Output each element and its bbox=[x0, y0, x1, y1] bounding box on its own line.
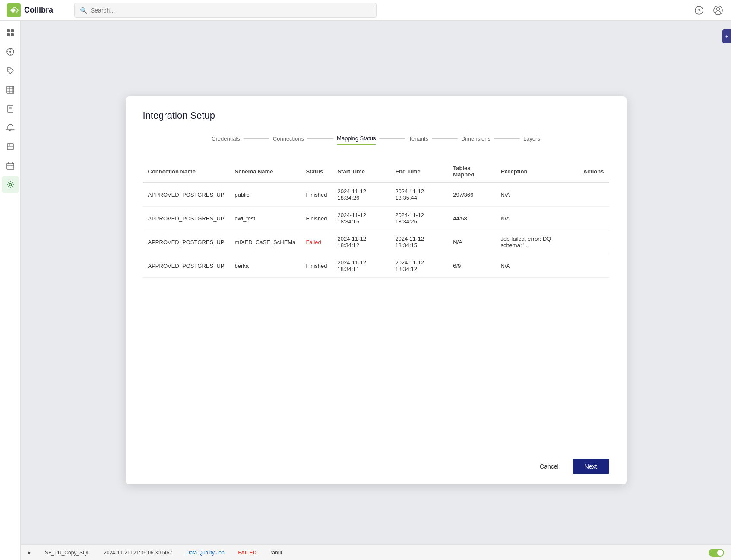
step-label-dimensions: Dimensions bbox=[461, 135, 490, 145]
sidebar-item-bell[interactable] bbox=[2, 119, 19, 136]
help-icon[interactable]: ? bbox=[693, 4, 705, 16]
cell-actions bbox=[578, 207, 609, 230]
svg-point-10 bbox=[9, 51, 11, 53]
cell-exception: N/A bbox=[495, 207, 578, 230]
step-line-2 bbox=[307, 138, 333, 139]
modal-footer: Cancel Next bbox=[143, 448, 609, 474]
step-label-credentials: Credentials bbox=[212, 135, 240, 145]
cell-status: Finished bbox=[301, 182, 332, 207]
col-actions: Actions bbox=[578, 160, 609, 182]
main-content: Integration Setup Credentials Connection… bbox=[21, 21, 731, 560]
step-label-tenants: Tenants bbox=[408, 135, 428, 145]
cell-schema-name: owl_test bbox=[230, 207, 301, 230]
sidebar-item-grid[interactable] bbox=[2, 81, 19, 98]
cell-end-time: 2024-11-12 18:34:26 bbox=[390, 207, 448, 230]
user-icon[interactable] bbox=[712, 4, 724, 16]
sidebar-item-compass[interactable] bbox=[2, 43, 19, 60]
search-bar[interactable]: 🔍 bbox=[74, 3, 377, 18]
toggle-switch[interactable] bbox=[709, 549, 724, 557]
cell-tables-mapped: N/A bbox=[448, 230, 495, 254]
sidebar-item-document[interactable] bbox=[2, 100, 19, 117]
sidebar-item-tag[interactable] bbox=[2, 62, 19, 79]
cell-start-time: 2024-11-12 18:34:15 bbox=[332, 207, 390, 230]
cell-status: Finished bbox=[301, 254, 332, 278]
statusbar-timestamp: 2024-11-21T21:36:06.301467 bbox=[104, 550, 172, 556]
statusbar-expand[interactable]: ▶ bbox=[28, 550, 31, 555]
svg-rect-8 bbox=[11, 33, 14, 36]
cell-connection-name: APPROVED_POSTGRES_UP bbox=[143, 207, 230, 230]
col-end-time: End Time bbox=[390, 160, 448, 182]
cancel-button[interactable]: Cancel bbox=[531, 459, 567, 473]
next-button[interactable]: Next bbox=[573, 459, 609, 474]
step-connections[interactable]: Connections bbox=[273, 135, 304, 145]
svg-point-32 bbox=[9, 184, 11, 186]
col-connection-name: Connection Name bbox=[143, 160, 230, 182]
topbar-icons: ? bbox=[693, 4, 724, 16]
svg-rect-5 bbox=[7, 29, 10, 32]
cell-status: Failed bbox=[301, 230, 332, 254]
sidebar-item-calendar[interactable] bbox=[2, 157, 19, 174]
cell-start-time: 2024-11-12 18:34:26 bbox=[332, 182, 390, 207]
svg-text:?: ? bbox=[697, 8, 700, 14]
cell-exception: Job failed, error: DQ schema: '... bbox=[495, 230, 578, 254]
expand-panel-button[interactable]: + bbox=[722, 29, 731, 43]
step-mapping-status[interactable]: Mapping Status bbox=[337, 135, 376, 145]
logo-area: Collibra bbox=[7, 3, 67, 17]
cell-exception: N/A bbox=[495, 182, 578, 207]
app-name: Collibra bbox=[24, 6, 53, 15]
cell-schema-name: mIXED_CaSE_ScHEMa bbox=[230, 230, 301, 254]
col-schema-name: Schema Name bbox=[230, 160, 301, 182]
mapping-status-table: Connection Name Schema Name Status Start… bbox=[143, 160, 609, 278]
table-row: APPROVED_POSTGRES_UP berka Finished 2024… bbox=[143, 254, 609, 278]
statusbar-toggle[interactable] bbox=[709, 549, 724, 557]
table-row: APPROVED_POSTGRES_UP public Finished 202… bbox=[143, 182, 609, 207]
status-badge: FAILED bbox=[238, 550, 257, 556]
step-label-layers: Layers bbox=[523, 135, 540, 145]
stepper: Credentials Connections Mapping Status T… bbox=[143, 135, 609, 145]
cell-connection-name: APPROVED_POSTGRES_UP bbox=[143, 254, 230, 278]
cell-exception: N/A bbox=[495, 254, 578, 278]
cell-end-time: 2024-11-12 18:34:15 bbox=[390, 230, 448, 254]
step-tenants[interactable]: Tenants bbox=[408, 135, 428, 145]
statusbar: ▶ SF_PU_Copy_SQL 2024-11-21T21:36:06.301… bbox=[21, 544, 731, 560]
table-header-row: Connection Name Schema Name Status Start… bbox=[143, 160, 609, 182]
table-row: APPROVED_POSTGRES_UP mIXED_CaSE_ScHEMa F… bbox=[143, 230, 609, 254]
col-exception: Exception bbox=[495, 160, 578, 182]
statusbar-link[interactable]: Data Quality Job bbox=[186, 550, 225, 556]
cell-actions bbox=[578, 254, 609, 278]
step-dimensions[interactable]: Dimensions bbox=[461, 135, 490, 145]
sidebar bbox=[0, 21, 21, 560]
cell-actions bbox=[578, 182, 609, 207]
svg-rect-28 bbox=[7, 163, 14, 169]
search-input[interactable] bbox=[91, 7, 371, 14]
data-table: Connection Name Schema Name Status Start… bbox=[143, 160, 609, 278]
plus-icon: + bbox=[725, 34, 728, 39]
svg-point-15 bbox=[8, 69, 9, 70]
sidebar-item-package[interactable] bbox=[2, 138, 19, 155]
cell-tables-mapped: 44/58 bbox=[448, 207, 495, 230]
svg-rect-6 bbox=[11, 29, 14, 32]
search-icon: 🔍 bbox=[80, 7, 87, 14]
step-line-5 bbox=[494, 138, 520, 139]
cell-schema-name: berka bbox=[230, 254, 301, 278]
topbar: Collibra 🔍 ? bbox=[0, 0, 731, 21]
step-layers[interactable]: Layers bbox=[523, 135, 540, 145]
job-name: SF_PU_Copy_SQL bbox=[45, 550, 90, 556]
sidebar-item-home[interactable] bbox=[2, 24, 19, 41]
cell-tables-mapped: 297/366 bbox=[448, 182, 495, 207]
step-line-4 bbox=[432, 138, 458, 139]
table-row: APPROVED_POSTGRES_UP owl_test Finished 2… bbox=[143, 207, 609, 230]
expand-icon: ▶ bbox=[28, 550, 31, 555]
cell-connection-name: APPROVED_POSTGRES_UP bbox=[143, 182, 230, 207]
step-credentials[interactable]: Credentials bbox=[212, 135, 240, 145]
sidebar-item-settings[interactable] bbox=[2, 176, 19, 193]
cell-end-time: 2024-11-12 18:34:12 bbox=[390, 254, 448, 278]
user-label: rahul bbox=[270, 550, 282, 556]
modal-title: Integration Setup bbox=[143, 110, 609, 121]
cell-actions bbox=[578, 230, 609, 254]
cell-tables-mapped: 6/9 bbox=[448, 254, 495, 278]
svg-rect-25 bbox=[7, 144, 13, 150]
modal-integration-setup: Integration Setup Credentials Connection… bbox=[126, 96, 627, 484]
statusbar-status: FAILED bbox=[238, 550, 257, 556]
data-quality-link[interactable]: Data Quality Job bbox=[186, 550, 225, 556]
